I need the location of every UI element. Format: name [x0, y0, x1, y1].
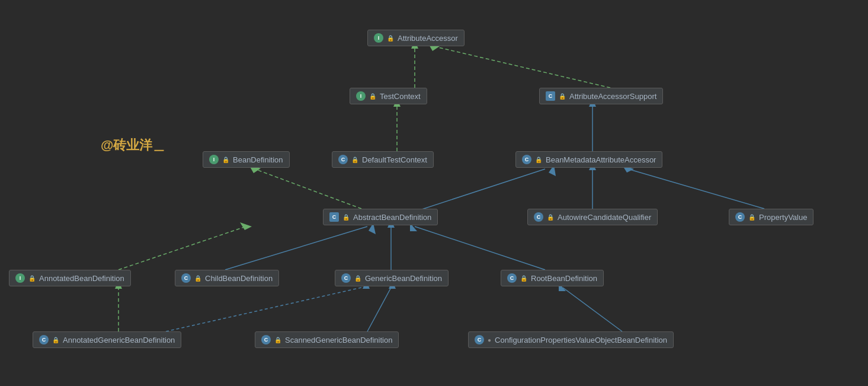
node-scanned-generic-bean-definition: C 🔒 ScannedGenericBeanDefinition	[255, 331, 399, 348]
svg-line-26	[367, 288, 391, 331]
interface-icon: I	[356, 91, 366, 101]
node-bean-metadata-attribute-accessor: C 🔒 BeanMetadataAttributeAccessor	[515, 151, 662, 168]
svg-marker-23	[240, 222, 252, 230]
node-attribute-accessor-support: C 🔒 AttributeAccessorSupport	[539, 88, 663, 104]
svg-line-14	[628, 169, 764, 209]
node-default-test-context: C 🔒 DefaultTestContext	[332, 151, 434, 168]
diagram-container: @砖业洋＿ I 🔒 AttributeAccessor I 🔒 TestCont…	[0, 0, 868, 386]
node-test-context: I 🔒 TestContext	[350, 88, 427, 104]
class-icon: C	[534, 212, 543, 222]
interface-icon: I	[374, 33, 383, 43]
svg-line-28	[166, 288, 361, 331]
class-icon: C	[181, 273, 191, 283]
node-child-bean-definition: C 🔒 ChildBeanDefinition	[175, 270, 279, 286]
svg-line-2	[438, 47, 610, 88]
svg-line-22	[118, 227, 246, 270]
node-generic-bean-definition: C 🔒 GenericBeanDefinition	[335, 270, 449, 286]
class-icon: C	[338, 155, 348, 164]
node-attribute-accessor: I 🔒 AttributeAccessor	[367, 30, 465, 46]
node-autowire-candidate-qualifier: C 🔒 AutowireCandidateQualifier	[527, 209, 658, 225]
class-icon: C	[735, 212, 745, 222]
svg-line-20	[415, 227, 545, 270]
class-icon: C	[39, 335, 49, 344]
class-icon: C	[341, 273, 351, 283]
class-icon: C	[329, 212, 339, 222]
connections-svg	[0, 0, 868, 386]
svg-line-8	[255, 169, 361, 209]
node-configuration-properties-value-object-bean-definition: C ● ConfigurationPropertiesValueObjectBe…	[468, 331, 674, 348]
node-property-value: C 🔒 PropertyValue	[729, 209, 813, 225]
watermark: @砖业洋＿	[101, 136, 165, 154]
node-root-bean-definition: C 🔒 RootBeanDefinition	[501, 270, 604, 286]
node-bean-definition: I 🔒 BeanDefinition	[203, 151, 290, 168]
class-icon: C	[522, 155, 531, 164]
class-icon: C	[261, 335, 271, 344]
node-abstract-bean-definition: C 🔒 AbstractBeanDefinition	[323, 209, 438, 225]
class-icon: C	[475, 335, 484, 344]
node-annotated-bean-definition: I 🔒 AnnotatedBeanDefinition	[9, 270, 131, 286]
class-icon: C	[507, 273, 517, 283]
class-icon: C	[546, 91, 555, 101]
node-annotated-generic-bean-definition: C 🔒 AnnotatedGenericBeanDefinition	[33, 331, 181, 348]
svg-line-30	[563, 288, 622, 331]
interface-icon: I	[15, 273, 25, 283]
interface-icon: I	[209, 155, 219, 164]
svg-line-16	[225, 227, 367, 270]
